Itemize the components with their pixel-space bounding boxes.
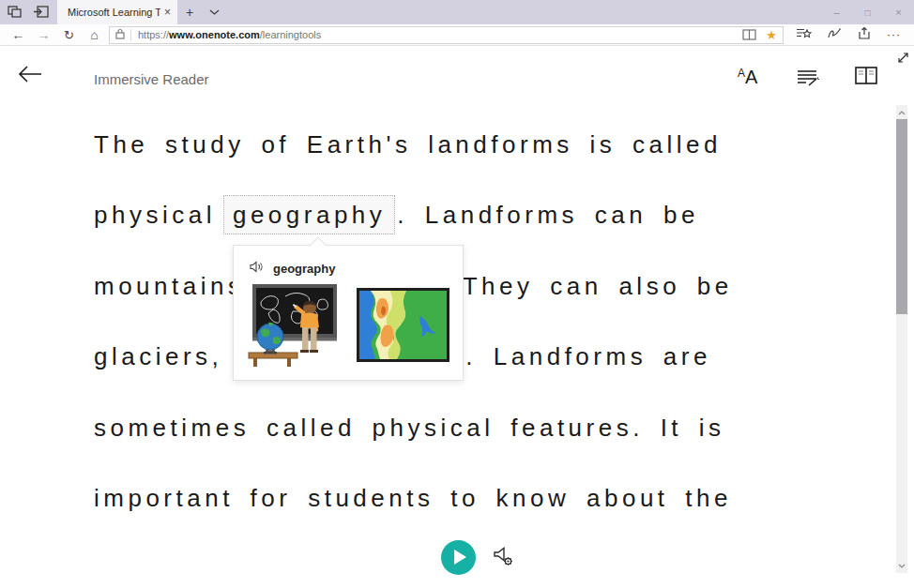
tab-bar: Microsoft Learning Tool × + – □ × (0, 0, 914, 24)
minimize-button[interactable]: – (821, 0, 852, 24)
refresh-icon[interactable]: ↻ (56, 29, 82, 41)
url-text: https://www.onenote.com/learningtools (138, 29, 321, 40)
reading-view-icon[interactable] (742, 29, 756, 40)
browser-tab[interactable]: Microsoft Learning Tool × (57, 0, 177, 24)
browser-toolbar: ← → ↻ ⌂ https://www.onenote.com/learning… (0, 24, 914, 46)
browser-window: Microsoft Learning Tool × + – □ × ← → ↻ … (0, 0, 914, 588)
popup-word-label: geography (273, 262, 335, 276)
fullscreen-expand-icon[interactable] (896, 51, 910, 68)
text-preferences-button[interactable]: AA (738, 67, 757, 88)
address-bar[interactable]: https://www.onenote.com/learningtools ★ (109, 26, 784, 44)
picture-dictionary-popup: geography (233, 245, 464, 381)
reading-preferences-button[interactable] (855, 67, 877, 88)
share-icon[interactable] (857, 26, 872, 43)
tab-title: Microsoft Learning Tool (68, 7, 160, 18)
scroll-down-icon[interactable] (896, 559, 907, 572)
web-note-pen-icon[interactable] (827, 26, 842, 43)
new-tab-button[interactable]: + (177, 0, 202, 24)
tab-close-icon[interactable]: × (160, 7, 171, 18)
geography-teacher-image (248, 283, 343, 371)
grammar-options-button[interactable] (797, 69, 819, 90)
voice-settings-button[interactable] (492, 545, 514, 571)
reader-back-button[interactable] (17, 64, 43, 88)
scroll-up-icon[interactable] (896, 106, 907, 119)
speak-word-icon[interactable] (250, 260, 264, 277)
home-icon[interactable]: ⌂ (82, 28, 107, 41)
vertical-scrollbar[interactable] (896, 105, 907, 573)
back-nav-icon[interactable]: ← (6, 28, 31, 41)
favorite-star-icon[interactable]: ★ (766, 29, 777, 41)
popup-caret (311, 237, 327, 253)
address-divider (130, 29, 131, 41)
reader-text-line[interactable]: important for students to know about the (94, 484, 732, 513)
scrollbar-thumb[interactable] (896, 119, 907, 314)
reader-text-line[interactable]: The study of Earth's landforms is called (94, 130, 722, 159)
tab-preview-icon[interactable] (8, 6, 23, 19)
forward-nav-icon[interactable]: → (31, 28, 56, 41)
page-title: Immersive Reader (94, 71, 209, 87)
play-button[interactable] (441, 540, 476, 575)
set-aside-tabs-icon[interactable] (33, 6, 49, 19)
hub-favorites-icon[interactable] (796, 26, 812, 43)
maximize-button[interactable]: □ (852, 0, 883, 24)
tab-list-chevron-icon[interactable] (202, 0, 226, 24)
play-icon (454, 550, 466, 565)
lock-icon (115, 26, 125, 43)
reader-text-line[interactable]: sometimes called physical features. It i… (94, 414, 725, 443)
selected-word[interactable]: geography (223, 195, 395, 234)
settings-more-icon[interactable]: ··· (887, 28, 901, 41)
reader-text-line[interactable]: physicalgeography. Landforms can be (94, 201, 699, 230)
close-button[interactable]: × (883, 0, 914, 24)
geography-map-image (357, 288, 449, 366)
